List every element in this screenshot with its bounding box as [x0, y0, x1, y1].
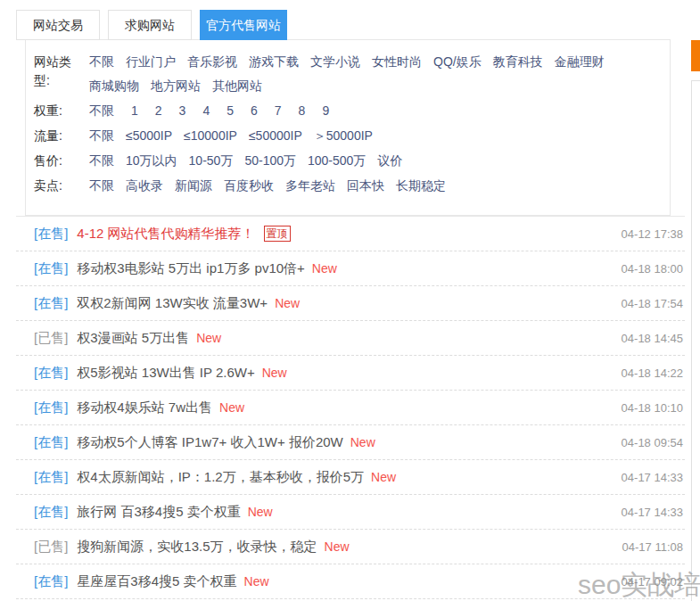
filter-option[interactable]: QQ/娱乐: [433, 53, 482, 71]
filter-option[interactable]: 行业门户: [126, 53, 176, 71]
filter-option[interactable]: ＞50000IP: [314, 127, 373, 145]
new-label: New: [244, 574, 269, 589]
filter-options: 不限123456789: [89, 102, 329, 120]
listing-title-link[interactable]: 4-12 网站代售代购精华推荐！: [77, 226, 254, 243]
filter-options: 不限高收录新闻源百度秒收多年老站回本快长期稳定: [89, 177, 446, 195]
new-label: New: [275, 296, 300, 310]
filter-option[interactable]: 回本快: [347, 177, 384, 195]
listing-row: [在售]4-12 网站代售代购精华推荐！置顶04-12 17:38: [16, 217, 685, 251]
filter-option[interactable]: 5: [226, 102, 234, 120]
listing-title-link[interactable]: 移动权5个人博客 IP1w7+ 收入1W+ 报价20W: [77, 434, 342, 451]
filter-option[interactable]: 不限: [89, 177, 114, 195]
filter-option[interactable]: 教育科技: [493, 53, 543, 71]
new-label: New: [262, 366, 287, 380]
filter-option[interactable]: 地方网站: [151, 77, 201, 95]
listing-row: [在售]移动权3电影站 5万出 ip1万多 pv10倍+New04-18 18:…: [16, 251, 685, 286]
listing-timestamp: 04-17 09:02: [622, 575, 683, 589]
listing-title-link[interactable]: 移动权4娱乐站 7w出售: [77, 399, 212, 416]
new-label: New: [312, 261, 337, 276]
listing-timestamp: 04-18 17:54: [622, 297, 683, 310]
listing-title-link[interactable]: 权4太原新闻站，IP：1.2万，基本秒收，报价5万: [77, 469, 364, 486]
filter-option[interactable]: 商城购物: [89, 77, 139, 95]
status-tag: [已售]: [34, 539, 68, 556]
pinned-badge: 置顶: [264, 226, 291, 242]
listing-row: [已售]权3漫画站 5万出售New04-18 14:45: [16, 321, 685, 356]
filter-option[interactable]: ≤50000IP: [249, 127, 302, 145]
filter-option[interactable]: 10万以内: [126, 152, 177, 170]
filter-option[interactable]: 7: [275, 102, 282, 120]
filter-options: 不限10万以内10-50万50-100万100-500万议价: [89, 152, 402, 170]
filter-option[interactable]: 金融理财: [555, 53, 605, 71]
new-label: New: [196, 331, 221, 345]
tab-3[interactable]: 官方代售网站: [200, 10, 287, 40]
listing-timestamp: 04-17 14:33: [622, 506, 683, 519]
filter-row-2: 权重:不限123456789: [34, 102, 670, 120]
filter-option[interactable]: 1: [131, 102, 138, 120]
listing-table: [在售]4-12 网站代售代购精华推荐！置顶04-12 17:38[在售]移动权…: [16, 216, 685, 599]
filter-option[interactable]: 不限: [89, 53, 114, 71]
filter-option[interactable]: 3: [179, 102, 186, 120]
listing-timestamp: 04-17 11:08: [622, 540, 683, 554]
listing-timestamp: 04-18 10:10: [622, 401, 683, 415]
filter-option[interactable]: 8: [299, 102, 306, 120]
filter-options: 不限≤5000IP≤10000IP≤50000IP＞50000IP: [89, 127, 373, 145]
status-tag: [在售]: [34, 504, 68, 521]
listing-title-link[interactable]: 旅行网 百3移4搜5 卖个权重: [77, 504, 240, 521]
status-tag: [已售]: [34, 330, 68, 347]
status-tag: [在售]: [34, 260, 68, 277]
filter-option[interactable]: 不限: [89, 127, 114, 145]
filter-option[interactable]: 游戏下载: [249, 53, 299, 71]
listing-title-link[interactable]: 星座屋百3移4搜5 卖个权重: [77, 573, 236, 590]
filter-label: 权重:: [34, 102, 78, 120]
listing-row: [在售]权4太原新闻站，IP：1.2万，基本秒收，报价5万New04-17 14…: [16, 460, 685, 495]
filter-option[interactable]: 4: [202, 102, 210, 120]
filter-option[interactable]: 高收录: [126, 177, 163, 195]
filter-option[interactable]: 50-100万: [244, 152, 296, 170]
listing-title-link[interactable]: 权5影视站 13W出售 IP 2.6W+: [77, 365, 254, 382]
filter-option[interactable]: ≤10000IP: [184, 127, 237, 145]
filter-option[interactable]: ≤5000IP: [126, 127, 172, 145]
filter-option[interactable]: 其他网站: [212, 77, 262, 95]
filter-option[interactable]: 音乐影视: [187, 53, 237, 71]
status-tag: [在售]: [34, 469, 68, 486]
filter-option[interactable]: 百度秒收: [224, 177, 274, 195]
filter-row-4: 售价:不限10万以内10-50万50-100万100-500万议价: [34, 152, 670, 170]
listing-title-link[interactable]: 移动权3电影站 5万出 ip1万多 pv10倍+: [77, 260, 305, 277]
filter-option[interactable]: 不限: [89, 102, 114, 120]
new-label: New: [350, 435, 375, 449]
filter-option[interactable]: 女性时尚: [372, 53, 422, 71]
right-edge-neighbor-panel: [691, 80, 700, 601]
status-tag: [在售]: [34, 365, 68, 382]
tab-1[interactable]: 网站交易: [16, 10, 100, 40]
listing-row: [在售]权5影视站 13W出售 IP 2.6W+New04-18 14:22: [16, 356, 685, 391]
filter-option[interactable]: 长期稳定: [396, 177, 446, 195]
listing-timestamp: 04-18 09:54: [622, 436, 683, 449]
listing-title-link[interactable]: 权3漫画站 5万出售: [77, 330, 189, 347]
filter-option[interactable]: 文学小说: [310, 53, 360, 71]
listing-title-link[interactable]: 搜狗新闻源，实收13.5万，收录快，稳定: [77, 539, 317, 556]
filter-label: 网站类型:: [34, 53, 78, 95]
filter-label: 卖点:: [34, 177, 78, 195]
filter-option[interactable]: 议价: [377, 152, 402, 170]
filter-option[interactable]: 多年老站: [285, 177, 335, 195]
filter-option[interactable]: 不限: [89, 152, 114, 170]
filter-option[interactable]: 9: [322, 102, 329, 120]
listing-timestamp: 04-17 14:33: [622, 471, 683, 484]
status-tag: [在售]: [34, 295, 68, 312]
listing-row: [在售]星座屋百3移4搜5 卖个权重New04-17 09:02: [16, 564, 685, 599]
tab-2[interactable]: 求购网站: [108, 10, 192, 40]
filter-option[interactable]: 100-500万: [308, 152, 366, 170]
listing-timestamp: 04-12 17:38: [622, 227, 683, 241]
new-label: New: [248, 505, 273, 519]
status-tag: [在售]: [34, 226, 68, 243]
filter-option[interactable]: 新闻源: [175, 177, 212, 195]
status-tag: [在售]: [34, 399, 68, 416]
status-tag: [在售]: [34, 573, 68, 590]
filter-panel: 网站类型:不限行业门户音乐影视游戏下载文学小说女性时尚QQ/娱乐教育科技金融理财…: [25, 39, 671, 216]
filter-option[interactable]: 6: [251, 102, 258, 120]
listing-row: [在售]移动权4娱乐站 7w出售New04-18 10:10: [16, 391, 685, 425]
filter-row-1: 网站类型:不限行业门户音乐影视游戏下载文学小说女性时尚QQ/娱乐教育科技金融理财…: [34, 53, 670, 95]
filter-option[interactable]: 10-50万: [189, 152, 234, 170]
listing-title-link[interactable]: 双权2新闻网 13W实收 流量3W+: [77, 295, 268, 312]
filter-option[interactable]: 2: [155, 102, 162, 120]
